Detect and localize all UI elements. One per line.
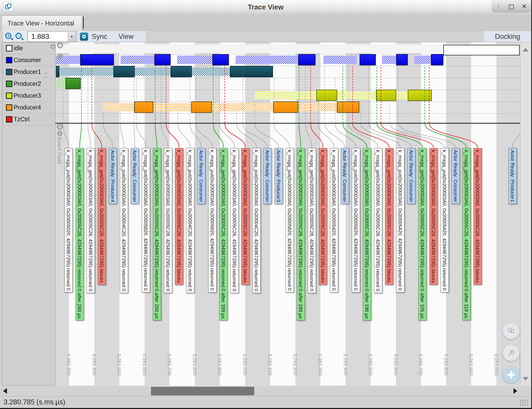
producer3-running-bar[interactable] (316, 90, 337, 101)
link-icon[interactable] (57, 54, 63, 59)
event-label-ready[interactable]: Actor Ready: Consumer (407, 148, 415, 204)
legend-row-producer3[interactable]: Producer3 (2, 90, 55, 102)
producer1-waiting-bar[interactable] (192, 67, 230, 76)
zoom-in-button[interactable]: + (5, 32, 13, 41)
event-field-gear-icon[interactable]: ⚙ (56, 122, 64, 132)
event-label-put[interactable]: k_msgq_put(0x200003A0, 0x20005420, 42949… (440, 148, 449, 292)
event-label-get_done[interactable]: k_msgq_get(0x200003A0, 0x20005C28, 42949… (462, 148, 471, 320)
legend-row-consumer[interactable]: Consumer (2, 54, 55, 66)
event-label-get_ok[interactable]: k_msgq_get(0x200003A0, 0x20005C28, 42949… (374, 148, 382, 293)
event-label-ready[interactable]: Actor Ready: Consumer (341, 148, 349, 204)
event-label-get_done[interactable]: k_msgq_get(0x200003A0, 0x20005C28, 42949… (76, 148, 84, 320)
consumer-waiting-bar[interactable] (177, 56, 212, 64)
legend-row-tzctrl[interactable]: TzCtrl (2, 114, 55, 125)
event-label-put[interactable]: k_msgq_put(0x200003A0, 0x20005820, 42949… (142, 148, 150, 292)
scroll-left-arrow-icon[interactable] (3, 388, 7, 394)
zoom-level-value[interactable]: 1.883 (28, 32, 68, 41)
event-label-get_done[interactable]: k_msgq_get(0x200003A0, 0x20005C28, 42949… (418, 148, 427, 320)
consumer-running-bar[interactable] (431, 54, 443, 65)
consumer-waiting-bar[interactable] (236, 56, 298, 64)
consumer-running-bar[interactable] (396, 54, 408, 65)
event-label-get_done[interactable]: k_msgq_get(0x200003A0, 0x20005C28, 42949… (297, 148, 305, 320)
event-label-put[interactable]: k_msgq_put(0x200003A0, 0x20004C20, 42949… (252, 148, 261, 293)
pan-tool-button[interactable] (503, 323, 519, 339)
horizontal-scrollbar[interactable] (0, 386, 532, 396)
event-label-put[interactable]: k_msgq_put(0x200003A0, 0x20005420, 42949… (330, 148, 338, 292)
settings-wrench-button[interactable] (503, 345, 519, 361)
event-label-get_ok[interactable]: k_msgq_get(0x200003A0, 0x20005C28, 42949… (230, 148, 239, 293)
scroll-up-arrow-icon[interactable] (523, 48, 528, 52)
docking-button[interactable]: Docking (484, 31, 531, 42)
consumer-running-bar[interactable] (360, 54, 376, 65)
consumer-running-bar[interactable] (298, 54, 315, 65)
consumer-running-bar[interactable] (154, 54, 171, 65)
event-label-get_block[interactable]: k_msgq_get(0x200003A0, 0x20005C28, 42949… (98, 148, 106, 285)
producer1-running-bar[interactable] (56, 66, 59, 77)
event-label-get_ok[interactable]: k_msgq_get(0x200003A0, 0x20005C28, 42949… (164, 148, 172, 293)
producer4-waiting-bar[interactable] (212, 103, 273, 111)
event-label-ready[interactable]: Actor Ready: Consumer (197, 148, 205, 204)
event-label-get_block[interactable]: k_msgq_get(0x200003A0, 0x20005C28, 42949… (319, 148, 327, 285)
event-label-put[interactable]: k_msgq_put(0x200003A0, 0x20004C20, 42949… (120, 148, 128, 293)
producer1-waiting-bar[interactable] (59, 67, 113, 76)
producer4-waiting-bar[interactable] (153, 103, 191, 111)
view-window-box[interactable] (443, 45, 520, 55)
tab-trace-view-horizontal[interactable]: Trace View - Horizontal (2, 15, 82, 31)
producer4-waiting-bar[interactable] (103, 103, 134, 111)
resize-grip[interactable] (519, 399, 528, 406)
producer4-running-bar[interactable] (273, 101, 298, 113)
producer4-running-bar[interactable] (191, 101, 212, 113)
event-label-get_block[interactable]: k_msgq_get(0x200003A0, 0x20005C28, 42949… (385, 148, 393, 285)
event-label-get_block[interactable]: k_msgq_get(0x200003A0, 0x20005C28, 42949… (175, 148, 183, 285)
event-label-get_done[interactable]: k_msgq_get(0x200003A0, 0x20005C28, 42949… (153, 148, 161, 320)
consumer-waiting-bar[interactable] (382, 56, 396, 64)
float-window-button[interactable]: ↑ (494, 3, 503, 10)
legend-row-producer4[interactable]: Producer4 (2, 102, 55, 114)
horizontal-scrollbar-thumb[interactable] (151, 387, 254, 395)
zoom-out-button[interactable]: − (15, 32, 24, 41)
event-label-ready[interactable]: Actor Ready: Consumer (452, 148, 460, 204)
view-menu[interactable]: View (119, 33, 134, 41)
producer1-waiting-bar[interactable] (135, 67, 171, 76)
maximize-button[interactable]: ▢ (507, 3, 516, 10)
producer2-running-bar[interactable] (65, 78, 81, 89)
producer3-waiting-bar[interactable] (255, 91, 316, 99)
event-label-ready[interactable]: Actor Ready: Producer4 (109, 148, 117, 204)
zoom-level-combobox[interactable]: 1.883 ▼ (28, 31, 76, 42)
close-button[interactable]: ✕ (520, 3, 529, 10)
scroll-right-arrow-icon[interactable] (513, 388, 517, 394)
producer1-running-bar[interactable] (171, 66, 192, 77)
consumer-running-bar[interactable] (80, 54, 114, 65)
gear-icon[interactable]: ⚙ (56, 40, 64, 50)
producer4-waiting-bar[interactable] (298, 103, 337, 111)
event-label-put[interactable]: k_msgq_put(0x200003A0, 0x20005420, 42949… (396, 148, 404, 292)
consumer-waiting-bar[interactable] (323, 56, 357, 64)
event-label-get_block[interactable]: k_msgq_get(0x200003A0, 0x20005C28, 42949… (241, 148, 250, 285)
producer4-running-bar[interactable] (337, 101, 359, 113)
consumer-waiting-bar[interactable] (121, 56, 154, 64)
add-view-button[interactable] (503, 367, 519, 383)
legend-row-producer2[interactable]: Producer2 (2, 78, 55, 90)
producer3-waiting-bar[interactable] (337, 91, 376, 99)
consumer-waiting-bar[interactable] (414, 56, 431, 64)
producer3-running-bar[interactable] (408, 90, 432, 101)
scroll-down-arrow-icon[interactable] (523, 377, 528, 381)
event-label-put[interactable]: k_msgq_put(0x200003A0, 0x20005820, 42949… (352, 148, 360, 292)
vertical-scrollbar[interactable] (520, 42, 531, 386)
event-label-get_done[interactable]: k_msgq_get(0x200003A0, 0x20005C28, 42949… (363, 148, 371, 320)
timeline-canvas[interactable]: k_msgq_put(0x200003A0, 0x20005020, 42949… (55, 42, 520, 386)
producer3-running-bar[interactable] (376, 90, 396, 101)
producer4-running-bar[interactable] (134, 101, 153, 113)
producer1-running-bar[interactable] (230, 66, 273, 77)
legend-row-idle[interactable]: idle (2, 42, 55, 54)
sync-menu[interactable]: Sync (92, 33, 107, 41)
event-label-ready[interactable]: Actor Ready: Consumer (131, 148, 139, 204)
event-label-ready[interactable]: Actor Ready: Producer3 (275, 148, 283, 204)
event-label-put[interactable]: k_msgq_put(0x200003A0, 0x20004C20, 42949… (186, 148, 194, 293)
event-label-get_block[interactable]: k_msgq_get(0x200003A0, 0x20005C28, 42949… (473, 148, 482, 285)
event-label-get_ok[interactable]: k_msgq_get(0x200003A0, 0x20005C28, 42949… (87, 148, 95, 293)
event-field-marker-icon[interactable]: 0 (57, 131, 62, 136)
event-label-put[interactable]: k_msgq_put(0x200003A0, 0x20005820, 42949… (208, 148, 217, 292)
event-label-get_block[interactable]: k_msgq_get(0x200003A0, 0x20005C28, 42949… (429, 148, 438, 285)
event-label-get_done[interactable]: k_msgq_get(0x200003A0, 0x20005C28, 42949… (219, 148, 228, 320)
